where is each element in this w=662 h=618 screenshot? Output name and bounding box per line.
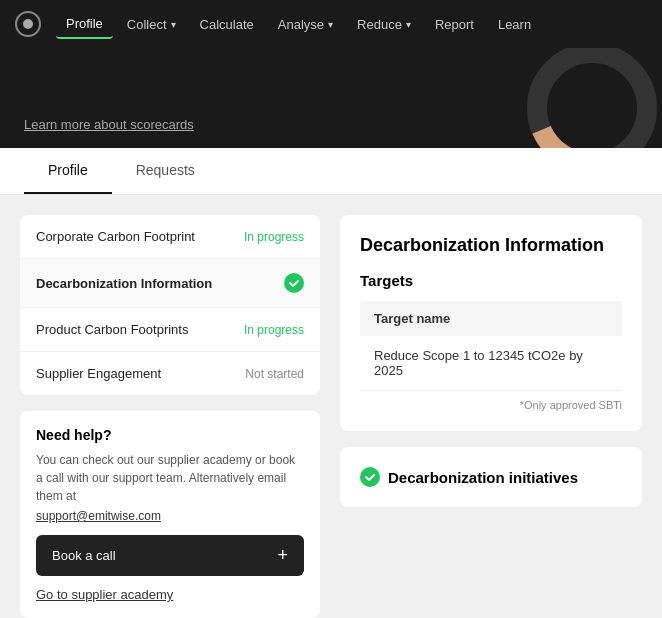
sidebar-label-product-carbon: Product Carbon Footprints bbox=[36, 322, 188, 337]
sidebar-label-corporate-carbon: Corporate Carbon Footprint bbox=[36, 229, 195, 244]
table-row: Reduce Scope 1 to 12345 tCO2e by 2025 bbox=[360, 336, 622, 391]
help-email-link[interactable]: support@emitwise.com bbox=[36, 509, 304, 523]
completed-check-icon bbox=[284, 273, 304, 293]
sidebar-item-corporate-carbon[interactable]: Corporate Carbon Footprint In progress bbox=[20, 215, 320, 259]
nav-label-learn: Learn bbox=[498, 17, 531, 32]
chevron-down-icon: ▾ bbox=[171, 19, 176, 30]
book-call-button[interactable]: Book a call + bbox=[36, 535, 304, 576]
initiatives-title-text: Decarbonization initiatives bbox=[388, 469, 578, 486]
sidebar-item-decarbonization-info[interactable]: Decarbonization Information bbox=[20, 259, 320, 308]
nav-item-learn[interactable]: Learn bbox=[488, 11, 541, 38]
nav-item-calculate[interactable]: Calculate bbox=[190, 11, 264, 38]
plus-icon: + bbox=[277, 545, 288, 566]
sidebar-label-supplier-engagement: Supplier Engagement bbox=[36, 366, 161, 381]
table-header: Target name bbox=[360, 301, 622, 336]
main-content: Corporate Carbon Footprint In progress D… bbox=[0, 195, 662, 618]
nav-item-collect[interactable]: Collect ▾ bbox=[117, 11, 186, 38]
nav-label-collect: Collect bbox=[127, 17, 167, 32]
sidebar-label-decarbonization-info: Decarbonization Information bbox=[36, 276, 212, 291]
svg-point-1 bbox=[23, 19, 33, 29]
hero-banner: Learn more about scorecards bbox=[0, 48, 662, 148]
sidebar-item-supplier-engagement[interactable]: Supplier Engagement Not started bbox=[20, 352, 320, 395]
table-footnote: *Only approved SBTi bbox=[360, 391, 622, 411]
logo bbox=[12, 8, 44, 40]
tab-profile[interactable]: Profile bbox=[24, 148, 112, 194]
chevron-down-icon: ▾ bbox=[328, 19, 333, 30]
sidebar-status-product-carbon: In progress bbox=[244, 323, 304, 337]
initiatives-card: Decarbonization initiatives bbox=[340, 447, 642, 507]
help-box: Need help? You can check out our supplie… bbox=[20, 411, 320, 618]
tab-requests[interactable]: Requests bbox=[112, 148, 219, 194]
donut-chart bbox=[522, 48, 662, 148]
tabs-bar: Profile Requests bbox=[0, 148, 662, 195]
nav-item-reduce[interactable]: Reduce ▾ bbox=[347, 11, 421, 38]
left-panel: Corporate Carbon Footprint In progress D… bbox=[20, 215, 320, 618]
initiatives-title: Decarbonization initiatives bbox=[360, 467, 622, 487]
nav-item-profile[interactable]: Profile bbox=[56, 10, 113, 39]
nav-item-analyse[interactable]: Analyse ▾ bbox=[268, 11, 343, 38]
sidebar-card: Corporate Carbon Footprint In progress D… bbox=[20, 215, 320, 395]
nav-item-report[interactable]: Report bbox=[425, 11, 484, 38]
nav-label-report: Report bbox=[435, 17, 474, 32]
sidebar-status-supplier-engagement: Not started bbox=[245, 367, 304, 381]
initiatives-check-icon bbox=[360, 467, 380, 487]
decarbonization-info-card: Decarbonization Information Targets Targ… bbox=[340, 215, 642, 431]
navigation: Profile Collect ▾ Calculate Analyse ▾ Re… bbox=[0, 0, 662, 48]
sidebar-item-product-carbon[interactable]: Product Carbon Footprints In progress bbox=[20, 308, 320, 352]
sidebar-status-corporate-carbon: In progress bbox=[244, 230, 304, 244]
nav-label-calculate: Calculate bbox=[200, 17, 254, 32]
nav-label-reduce: Reduce bbox=[357, 17, 402, 32]
nav-label-analyse: Analyse bbox=[278, 17, 324, 32]
right-panel: Decarbonization Information Targets Targ… bbox=[340, 215, 642, 618]
help-title: Need help? bbox=[36, 427, 304, 443]
book-call-label: Book a call bbox=[52, 548, 116, 563]
right-card-title: Decarbonization Information bbox=[360, 235, 622, 256]
learn-more-scorecards-link[interactable]: Learn more about scorecards bbox=[24, 117, 194, 132]
targets-section-title: Targets bbox=[360, 272, 622, 289]
chevron-down-icon: ▾ bbox=[406, 19, 411, 30]
nav-label-profile: Profile bbox=[66, 16, 103, 31]
help-text: You can check out our supplier academy o… bbox=[36, 451, 304, 505]
go-to-academy-link[interactable]: Go to supplier academy bbox=[36, 587, 173, 602]
